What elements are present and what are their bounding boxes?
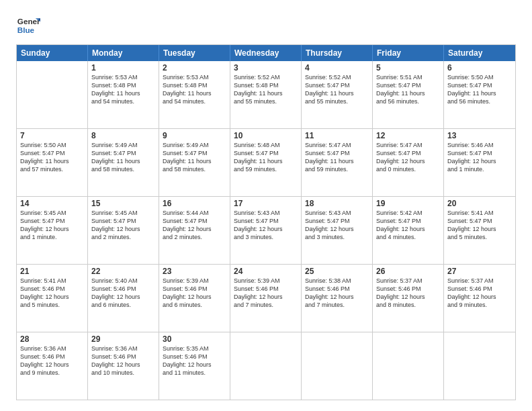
day-number: 9 <box>163 131 226 140</box>
calendar-cell: 19Sunrise: 5:42 AM Sunset: 5:47 PM Dayli… <box>373 197 444 264</box>
day-number: 17 <box>234 199 298 208</box>
day-number: 11 <box>305 131 369 140</box>
weekday-header-tuesday: Tuesday <box>159 45 230 61</box>
day-info: Sunrise: 5:35 AM Sunset: 5:46 PM Dayligh… <box>163 345 226 377</box>
day-info: Sunrise: 5:53 AM Sunset: 5:48 PM Dayligh… <box>163 73 226 106</box>
day-info: Sunrise: 5:41 AM Sunset: 5:47 PM Dayligh… <box>447 209 512 242</box>
day-info: Sunrise: 5:46 AM Sunset: 5:47 PM Dayligh… <box>447 141 512 174</box>
calendar-cell <box>373 332 444 400</box>
day-info: Sunrise: 5:37 AM Sunset: 5:46 PM Dayligh… <box>376 277 440 310</box>
calendar-cell: 9Sunrise: 5:49 AM Sunset: 5:47 PM Daylig… <box>159 129 230 196</box>
day-info: Sunrise: 5:40 AM Sunset: 5:46 PM Dayligh… <box>91 277 155 310</box>
logo-icon: General Blue <box>16 13 40 38</box>
calendar-week-3: 14Sunrise: 5:45 AM Sunset: 5:47 PM Dayli… <box>17 197 515 265</box>
day-info: Sunrise: 5:38 AM Sunset: 5:46 PM Dayligh… <box>305 277 369 310</box>
day-info: Sunrise: 5:37 AM Sunset: 5:46 PM Dayligh… <box>447 277 512 310</box>
day-info: Sunrise: 5:45 AM Sunset: 5:47 PM Dayligh… <box>91 209 155 242</box>
day-number: 10 <box>234 131 298 140</box>
calendar-cell: 14Sunrise: 5:45 AM Sunset: 5:47 PM Dayli… <box>17 197 88 264</box>
day-number: 25 <box>305 267 369 276</box>
day-info: Sunrise: 5:51 AM Sunset: 5:47 PM Dayligh… <box>376 73 440 106</box>
calendar-week-2: 7Sunrise: 5:50 AM Sunset: 5:47 PM Daylig… <box>17 129 515 197</box>
weekday-header-wednesday: Wednesday <box>230 45 302 61</box>
logo: General Blue <box>16 13 40 38</box>
day-info: Sunrise: 5:39 AM Sunset: 5:46 PM Dayligh… <box>163 277 226 310</box>
day-number: 4 <box>305 63 369 73</box>
calendar-cell: 27Sunrise: 5:37 AM Sunset: 5:46 PM Dayli… <box>444 265 515 332</box>
calendar-cell <box>302 332 373 400</box>
calendar-cell <box>17 61 88 128</box>
day-number: 7 <box>20 131 84 140</box>
day-number: 28 <box>20 334 84 344</box>
day-number: 2 <box>163 63 226 73</box>
day-info: Sunrise: 5:43 AM Sunset: 5:47 PM Dayligh… <box>234 209 298 242</box>
day-info: Sunrise: 5:36 AM Sunset: 5:46 PM Dayligh… <box>91 345 155 377</box>
calendar-cell <box>230 332 302 400</box>
svg-text:General: General <box>17 17 40 26</box>
calendar-cell: 29Sunrise: 5:36 AM Sunset: 5:46 PM Dayli… <box>88 332 159 400</box>
calendar-page: General Blue SundayMondayTuesdayWednesda… <box>0 0 532 411</box>
calendar-cell: 5Sunrise: 5:51 AM Sunset: 5:47 PM Daylig… <box>373 61 444 128</box>
calendar-body: 1Sunrise: 5:53 AM Sunset: 5:48 PM Daylig… <box>17 61 515 400</box>
calendar-cell: 13Sunrise: 5:46 AM Sunset: 5:47 PM Dayli… <box>444 129 515 196</box>
day-number: 13 <box>447 131 512 140</box>
calendar-week-1: 1Sunrise: 5:53 AM Sunset: 5:48 PM Daylig… <box>17 61 515 129</box>
day-info: Sunrise: 5:48 AM Sunset: 5:47 PM Dayligh… <box>234 141 298 174</box>
calendar-cell: 2Sunrise: 5:53 AM Sunset: 5:48 PM Daylig… <box>159 61 230 128</box>
calendar-cell: 11Sunrise: 5:47 AM Sunset: 5:47 PM Dayli… <box>302 129 373 196</box>
day-number: 26 <box>376 267 440 276</box>
day-info: Sunrise: 5:39 AM Sunset: 5:46 PM Dayligh… <box>234 277 298 310</box>
weekday-header-monday: Monday <box>88 45 159 61</box>
day-info: Sunrise: 5:50 AM Sunset: 5:47 PM Dayligh… <box>20 141 84 174</box>
day-number: 23 <box>163 267 226 276</box>
day-number: 16 <box>163 199 226 208</box>
calendar-cell: 17Sunrise: 5:43 AM Sunset: 5:47 PM Dayli… <box>230 197 302 264</box>
calendar-cell: 8Sunrise: 5:49 AM Sunset: 5:47 PM Daylig… <box>88 129 159 196</box>
day-number: 22 <box>91 267 155 276</box>
day-info: Sunrise: 5:43 AM Sunset: 5:47 PM Dayligh… <box>305 209 369 242</box>
calendar-week-4: 21Sunrise: 5:41 AM Sunset: 5:46 PM Dayli… <box>17 265 515 332</box>
calendar-cell <box>444 332 515 400</box>
calendar: SundayMondayTuesdayWednesdayThursdayFrid… <box>16 44 516 400</box>
day-info: Sunrise: 5:42 AM Sunset: 5:47 PM Dayligh… <box>376 209 440 242</box>
day-number: 24 <box>234 267 298 276</box>
day-number: 6 <box>447 63 512 73</box>
calendar-cell: 30Sunrise: 5:35 AM Sunset: 5:46 PM Dayli… <box>159 332 230 400</box>
weekday-header-sunday: Sunday <box>17 45 88 61</box>
day-info: Sunrise: 5:47 AM Sunset: 5:47 PM Dayligh… <box>305 141 369 174</box>
day-number: 27 <box>447 267 512 276</box>
calendar-cell: 3Sunrise: 5:52 AM Sunset: 5:48 PM Daylig… <box>230 61 302 128</box>
calendar-cell: 6Sunrise: 5:50 AM Sunset: 5:47 PM Daylig… <box>444 61 515 128</box>
calendar-cell: 15Sunrise: 5:45 AM Sunset: 5:47 PM Dayli… <box>88 197 159 264</box>
day-number: 5 <box>376 63 440 73</box>
calendar-cell: 10Sunrise: 5:48 AM Sunset: 5:47 PM Dayli… <box>230 129 302 196</box>
day-info: Sunrise: 5:50 AM Sunset: 5:47 PM Dayligh… <box>447 73 512 106</box>
page-header: General Blue <box>16 13 516 38</box>
calendar-cell: 22Sunrise: 5:40 AM Sunset: 5:46 PM Dayli… <box>88 265 159 332</box>
day-number: 18 <box>305 199 369 208</box>
day-info: Sunrise: 5:53 AM Sunset: 5:48 PM Dayligh… <box>91 73 155 106</box>
weekday-header-friday: Friday <box>373 45 444 61</box>
day-number: 30 <box>163 334 226 344</box>
day-number: 8 <box>91 131 155 140</box>
calendar-cell: 16Sunrise: 5:44 AM Sunset: 5:47 PM Dayli… <box>159 197 230 264</box>
day-number: 14 <box>20 199 84 208</box>
calendar-cell: 28Sunrise: 5:36 AM Sunset: 5:46 PM Dayli… <box>17 332 88 400</box>
calendar-cell: 1Sunrise: 5:53 AM Sunset: 5:48 PM Daylig… <box>88 61 159 128</box>
day-info: Sunrise: 5:52 AM Sunset: 5:47 PM Dayligh… <box>305 73 369 106</box>
day-info: Sunrise: 5:49 AM Sunset: 5:47 PM Dayligh… <box>163 141 226 174</box>
day-number: 19 <box>376 199 440 208</box>
calendar-cell: 21Sunrise: 5:41 AM Sunset: 5:46 PM Dayli… <box>17 265 88 332</box>
calendar-week-5: 28Sunrise: 5:36 AM Sunset: 5:46 PM Dayli… <box>17 332 515 400</box>
calendar-cell: 20Sunrise: 5:41 AM Sunset: 5:47 PM Dayli… <box>444 197 515 264</box>
day-info: Sunrise: 5:52 AM Sunset: 5:48 PM Dayligh… <box>234 73 298 106</box>
weekday-header-saturday: Saturday <box>444 45 515 61</box>
day-number: 20 <box>447 199 512 208</box>
day-number: 15 <box>91 199 155 208</box>
day-info: Sunrise: 5:36 AM Sunset: 5:46 PM Dayligh… <box>20 345 84 377</box>
day-info: Sunrise: 5:44 AM Sunset: 5:47 PM Dayligh… <box>163 209 226 242</box>
calendar-cell: 18Sunrise: 5:43 AM Sunset: 5:47 PM Dayli… <box>302 197 373 264</box>
day-number: 1 <box>91 63 155 73</box>
day-info: Sunrise: 5:45 AM Sunset: 5:47 PM Dayligh… <box>20 209 84 242</box>
calendar-cell: 26Sunrise: 5:37 AM Sunset: 5:46 PM Dayli… <box>373 265 444 332</box>
